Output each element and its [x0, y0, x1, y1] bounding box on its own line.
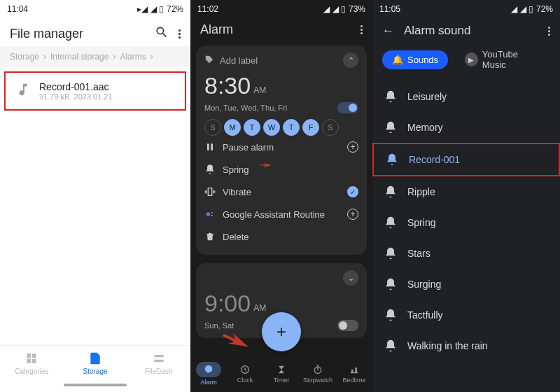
file-manager-screen: 11:04 ▸◢ ◢ ▯ 72% File manager Storage › … — [0, 0, 190, 392]
file-row[interactable]: Record-001.aac 91.79 kB 2023.01.21 — [4, 71, 186, 111]
page-title: Alarm sound — [404, 24, 470, 38]
alarm-header: Alarm — [190, 18, 372, 41]
alarm-sound-header: ← Alarm sound — [372, 18, 560, 42]
alarm-sound-row[interactable]: Spring — [204, 158, 358, 181]
sound-item[interactable]: Tactfully — [372, 300, 560, 330]
callout-arrow-icon — [220, 328, 253, 354]
sound-item[interactable]: Leisurely — [372, 81, 560, 112]
chip-youtube-music[interactable]: ▶YouTube Music — [455, 45, 550, 74]
status-icons: ◢ ◢ ▯ 72% — [511, 4, 553, 14]
page-title: Alarm — [200, 22, 233, 37]
bell-icon — [384, 90, 398, 104]
plus-icon[interactable]: + — [347, 141, 358, 153]
alarm-toggle[interactable] — [337, 102, 358, 113]
search-icon[interactable] — [155, 25, 169, 42]
nav-filedash[interactable]: FileDash — [127, 346, 190, 381]
file-meta: 91.79 kB 2023.01.21 — [39, 92, 113, 101]
svg-point-2 — [211, 215, 213, 216]
nav-categories[interactable]: Categories — [0, 346, 64, 381]
chip-sounds[interactable]: 🔔 Sounds — [382, 50, 448, 69]
bell-icon — [384, 216, 398, 230]
svg-point-0 — [206, 212, 210, 216]
sound-list: LeisurelyMemoryRecord-001RippleSpringSta… — [372, 81, 560, 361]
bell-icon — [384, 277, 398, 291]
assistant-routine-row[interactable]: Google Assistant Routine + — [204, 203, 358, 225]
bell-icon — [385, 153, 399, 167]
alarm-days-text: Mon, Tue, Wed, Thu, Fri — [204, 104, 287, 112]
day-chip[interactable]: M — [224, 119, 241, 136]
sound-item[interactable]: Record-001 — [372, 143, 560, 176]
status-time: 11:02 — [197, 4, 218, 14]
sound-item[interactable]: Ripple — [372, 176, 560, 207]
more-icon[interactable] — [360, 25, 363, 34]
more-icon[interactable] — [178, 29, 181, 38]
day-chip[interactable]: T — [283, 119, 300, 136]
check-icon[interactable]: ✓ — [347, 186, 358, 197]
status-bar: 11:04 ▸◢ ◢ ▯ 72% — [0, 0, 190, 18]
svg-point-1 — [211, 212, 213, 214]
status-bar: 11:05 ◢ ◢ ▯ 72% — [372, 0, 560, 18]
clock-alarm-screen: 11:02 ◢ ◢ ▯ 73% Alarm Add label ⌃ 8:30AM… — [190, 0, 372, 392]
sound-item[interactable]: Stars — [372, 238, 560, 269]
bell-icon — [384, 120, 398, 134]
delete-row[interactable]: Delete — [204, 225, 358, 248]
bell-icon — [384, 308, 398, 322]
music-note-icon — [15, 82, 31, 100]
day-picker: SMTWTFS — [204, 119, 358, 136]
bell-icon — [384, 246, 398, 260]
vibrate-icon — [204, 186, 216, 197]
gesture-handle — [64, 384, 127, 386]
page-title: File manager — [10, 27, 83, 41]
breadcrumb[interactable]: Storage › Internal storage › Alarms › — [0, 46, 190, 67]
day-chip[interactable]: F — [302, 119, 319, 136]
sound-item[interactable]: Walking in the rain — [372, 330, 560, 361]
bell-icon — [204, 164, 216, 175]
pause-alarm-row[interactable]: Pause alarm + — [204, 136, 358, 158]
bell-icon — [384, 185, 398, 199]
file-name: Record-001.aac — [39, 81, 113, 92]
trash-icon — [204, 231, 216, 242]
collapse-icon[interactable]: ⌃ — [343, 52, 358, 68]
plus-icon[interactable]: + — [347, 209, 358, 220]
expand-icon[interactable]: ⌄ — [343, 270, 358, 286]
nav-bedtime[interactable]: Bedtime — [336, 356, 372, 392]
nav-stopwatch[interactable]: Stopwatch — [300, 356, 336, 392]
sound-item[interactable]: Spring — [372, 207, 560, 238]
day-chip[interactable]: W — [263, 119, 280, 136]
pause-icon — [204, 141, 216, 153]
source-chips: 🔔 Sounds ▶YouTube Music — [372, 42, 560, 81]
day-chip[interactable]: S — [322, 119, 339, 136]
callout-arrow-icon — [260, 160, 272, 171]
alarm-time[interactable]: 8:30AM — [204, 72, 358, 99]
back-icon[interactable]: ← — [382, 24, 394, 38]
alarm-days-text: Sun, Sat — [204, 321, 234, 330]
bottom-nav: Alarm Clock Timer Stopwatch Bedtime — [190, 356, 372, 392]
day-chip[interactable]: T — [244, 119, 260, 136]
sound-item[interactable]: Memory — [372, 112, 560, 143]
status-icons: ◢ ◢ ▯ 73% — [323, 4, 365, 14]
day-chip[interactable]: S — [204, 119, 221, 136]
status-bar: 11:02 ◢ ◢ ▯ 73% — [190, 0, 372, 18]
bell-icon — [384, 339, 398, 353]
more-icon[interactable] — [548, 27, 550, 36]
vibrate-row[interactable]: Vibrate ✓ — [204, 181, 358, 203]
nav-timer[interactable]: Timer — [263, 356, 300, 392]
status-icons: ▸◢ ◢ ▯ 72% — [137, 4, 183, 14]
nav-clock[interactable]: Clock — [227, 356, 263, 392]
alarm-card-1: Add label ⌃ 8:30AM Mon, Tue, Wed, Thu, F… — [196, 46, 367, 255]
youtube-music-icon: ▶ — [465, 52, 478, 66]
bottom-nav: Categories Storage FileDash — [0, 345, 190, 381]
assistant-icon — [204, 209, 216, 220]
alarm-toggle[interactable] — [337, 320, 358, 331]
nav-alarm[interactable]: Alarm — [190, 356, 227, 392]
file-manager-header: File manager — [0, 18, 190, 46]
status-time: 11:05 — [379, 4, 400, 14]
add-label-button[interactable]: Add label — [204, 55, 258, 66]
alarm-sound-screen: 11:05 ◢ ◢ ▯ 72% ← Alarm sound 🔔 Sounds ▶… — [372, 0, 560, 392]
tag-icon — [204, 55, 214, 66]
sound-item[interactable]: Surging — [372, 269, 560, 300]
nav-storage[interactable]: Storage — [64, 346, 127, 381]
status-time: 11:04 — [7, 4, 28, 14]
add-alarm-fab[interactable]: + — [262, 312, 301, 351]
